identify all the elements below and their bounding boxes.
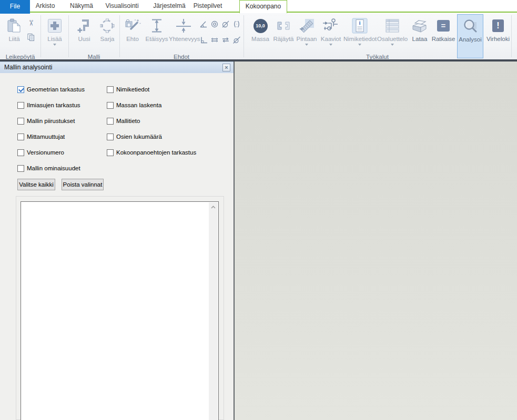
- checkbox-label: Kokoonpanoehtojen tarkastus: [116, 149, 196, 156]
- load-button[interactable]: Lataa: [410, 13, 430, 59]
- checkbox-row-ilmiasujen-tarkastus: Ilmiasujen tarkastus: [17, 101, 80, 109]
- explode-button[interactable]: Räjäytä: [272, 13, 295, 59]
- solve-icon: =: [437, 20, 450, 32]
- analysis-results-list[interactable]: [21, 201, 219, 420]
- caret-down-icon: [329, 44, 332, 46]
- tab-jarjestelma[interactable]: Järjestelmä: [150, 0, 188, 12]
- parts-list-label: Osaluettelo: [377, 35, 408, 43]
- tab-pistepilvet[interactable]: Pistepilvet: [189, 0, 226, 12]
- tab-nakyma[interactable]: Näkymä: [65, 0, 98, 12]
- checkbox-geometrian-tarkastus[interactable]: [17, 86, 24, 93]
- checkbox-row-nimiketiedot: Nimiketiedot: [107, 86, 149, 93]
- item-info-button[interactable]: i Nimiketiedot: [343, 13, 376, 59]
- new-part-button[interactable]: Uusi: [73, 13, 96, 59]
- to-surface-icon: [295, 16, 318, 35]
- checkbox-mittamuuttujat[interactable]: [17, 134, 24, 140]
- series-button[interactable]: Sarja: [97, 13, 118, 59]
- analyze-magnifier-icon: [458, 17, 483, 36]
- checkbox-massan-laskenta[interactable]: [107, 102, 114, 109]
- mass-button[interactable]: 10,0 Massa: [250, 13, 271, 59]
- checkbox-label: Nimiketiedot: [116, 86, 149, 93]
- checkbox-row-kokoonpanoehtojen-tarkastus: Kokoonpanoehtojen tarkastus: [107, 149, 196, 156]
- mass-icon: 10,0: [254, 19, 268, 33]
- new-part-icon: [73, 16, 96, 35]
- clipboard-paste-icon: [3, 16, 25, 35]
- clear-selections-button[interactable]: Poista valinnat: [62, 179, 104, 190]
- parallel-constraint-icon[interactable]: [221, 36, 230, 44]
- list-scrollbar[interactable]: [209, 202, 218, 420]
- angle-constraint-icon[interactable]: [199, 20, 208, 28]
- perpendicular-constraint-icon[interactable]: [199, 36, 208, 44]
- distance-button[interactable]: Etäisyys: [145, 13, 169, 59]
- checkbox-mallin-piirustukset[interactable]: [17, 118, 24, 125]
- distance-icon: [145, 16, 169, 35]
- checkbox-row-versionumero: Versionumero: [17, 149, 64, 156]
- panel-header: Mallin analysointi ×: [0, 62, 234, 73]
- checkbox-row-mallitieto: Mallitieto: [107, 117, 140, 125]
- analyze-label: Analysoi: [458, 36, 483, 43]
- cut-button[interactable]: ✂: [26, 19, 36, 27]
- caret-down-icon: [53, 44, 56, 46]
- scroll-up-button[interactable]: [209, 202, 218, 211]
- checkbox-label: Mallin piirustukset: [27, 118, 75, 124]
- explode-label: Räjäytä: [272, 35, 295, 43]
- tab-arkisto[interactable]: Arkisto: [31, 0, 60, 12]
- coincidence-icon: [169, 16, 198, 35]
- parts-list-button[interactable]: Osaluettelo: [377, 13, 408, 59]
- error-log-button[interactable]: ! Virheloki: [484, 13, 512, 59]
- solve-label: Ratkaise: [431, 35, 456, 43]
- error-log-label: Virheloki: [484, 35, 512, 43]
- copy-icon: [27, 33, 35, 42]
- parts-list-icon: [377, 16, 408, 35]
- tab-kokoonpano-active[interactable]: Kokoonpano: [239, 0, 287, 13]
- caret-down-icon: [391, 44, 394, 46]
- constraint-button[interactable]: Ehto: [121, 13, 144, 59]
- coincidence-label: Yhtenevyys: [169, 35, 198, 43]
- schematics-label: Kaaviot: [319, 35, 342, 43]
- schematics-button[interactable]: Kaaviot: [319, 13, 342, 59]
- checkbox-nimiketiedot[interactable]: [107, 86, 114, 93]
- equal-constraint-icon[interactable]: [210, 36, 219, 44]
- checkbox-row-mallin-piirustukset: Mallin piirustukset: [17, 117, 75, 125]
- to-surface-button[interactable]: Pintaan: [295, 13, 318, 59]
- checkbox-label: Osien lukumäärä: [116, 134, 162, 140]
- scissors-icon: ✂: [26, 20, 36, 27]
- checkbox-ilmiasujen-tarkastus[interactable]: [17, 102, 24, 109]
- tab-file[interactable]: File: [0, 0, 30, 14]
- ribbon-tab-bar: File Arkisto Näkymä Visualisointi Järjes…: [0, 0, 517, 13]
- concentric-constraint-icon[interactable]: [210, 20, 219, 28]
- checkbox-label: Ilmiasujen tarkastus: [27, 102, 80, 108]
- chevron-up-icon: [211, 206, 216, 209]
- paste-label: Liitä: [3, 35, 25, 43]
- checkbox-versionumero[interactable]: [17, 149, 24, 156]
- group-separator: [511, 15, 512, 57]
- constraint-wand-icon: [121, 16, 144, 35]
- checkbox-label: Versionumero: [27, 149, 64, 156]
- model-viewport[interactable]: [235, 62, 517, 420]
- schematics-icon: [319, 16, 342, 35]
- coincidence-button[interactable]: Yhtenevyys: [169, 13, 198, 59]
- fix-constraint-icon[interactable]: [221, 20, 230, 28]
- checkbox-row-geometrian-tarkastus: Geometrian tarkastus: [17, 86, 85, 93]
- symmetry-constraint-icon[interactable]: [232, 20, 241, 28]
- close-icon[interactable]: ×: [222, 64, 230, 71]
- checkbox-mallin-ominaisuudet[interactable]: [17, 165, 24, 172]
- add-button[interactable]: Lisää: [44, 13, 65, 59]
- svg-text:i: i: [359, 19, 360, 26]
- group-separator: [119, 15, 120, 57]
- constraint-label: Ehto: [121, 35, 144, 43]
- analyze-button[interactable]: Analysoi: [457, 14, 483, 58]
- tangent-constraint-icon[interactable]: [232, 36, 241, 44]
- panel-title: Mallin analysointi: [4, 64, 52, 71]
- checkbox-kokoonpanoehtojen-tarkastus[interactable]: [107, 149, 114, 156]
- select-all-button[interactable]: Valitse kaikki: [17, 179, 55, 190]
- paste-button[interactable]: Liitä: [3, 13, 25, 59]
- load-label: Lataa: [410, 35, 430, 43]
- solve-button[interactable]: = Ratkaise: [431, 13, 456, 59]
- checkbox-mallitieto[interactable]: [107, 118, 114, 125]
- error-log-icon: !: [492, 19, 504, 32]
- copy-button[interactable]: [26, 33, 36, 42]
- checkbox-osien-lukumaara[interactable]: [107, 134, 114, 140]
- add-label: Lisää: [44, 35, 65, 43]
- tab-visualisointi[interactable]: Visualisointi: [103, 0, 141, 12]
